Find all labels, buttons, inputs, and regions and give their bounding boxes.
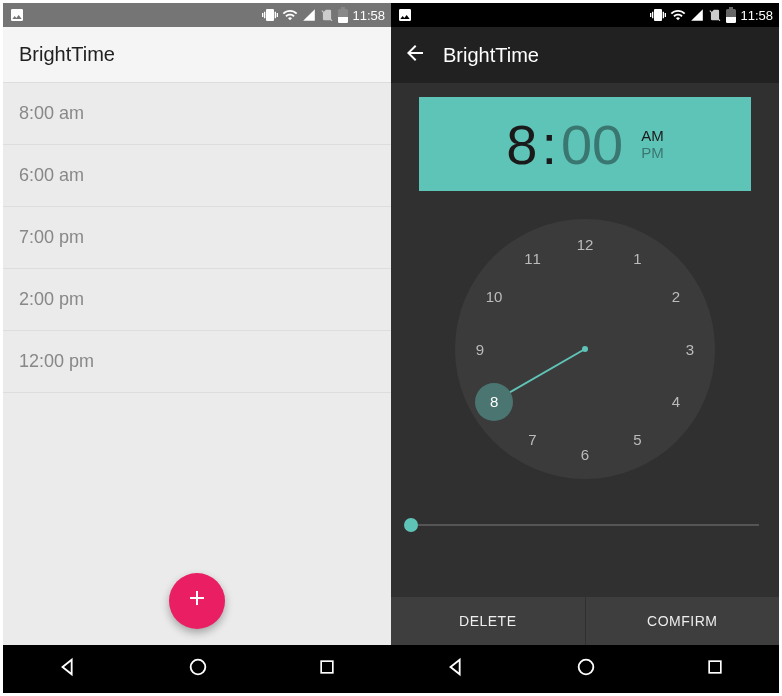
clock-face-wrap: 121234567891011 xyxy=(391,219,779,479)
list-item[interactable]: 12:00 pm xyxy=(3,331,391,393)
app-bar: BrightTime xyxy=(391,27,779,83)
nav-home-button[interactable] xyxy=(575,656,597,682)
plus-icon xyxy=(185,585,209,617)
nav-bar xyxy=(391,645,779,693)
vibrate-icon xyxy=(262,7,278,23)
image-icon xyxy=(397,7,413,23)
list-item-label: 7:00 pm xyxy=(19,227,84,248)
back-button[interactable] xyxy=(403,41,427,70)
nav-back-button[interactable] xyxy=(57,656,79,682)
app-bar: BrightTime xyxy=(3,27,391,83)
svg-rect-1 xyxy=(321,661,333,673)
nav-recent-button[interactable] xyxy=(705,657,725,681)
time-list: 8:00 am 6:00 am 7:00 pm 2:00 pm 12:00 pm xyxy=(3,83,391,393)
phone-screen-picker: 11:58 BrightTime 8 : 00 AM PM 1212345678… xyxy=(391,3,779,693)
ampm-toggle: AM PM xyxy=(641,127,664,161)
hour-value[interactable]: 8 xyxy=(506,112,537,177)
battery-icon xyxy=(726,7,736,23)
list-item-label: 6:00 am xyxy=(19,165,84,186)
status-bar: 11:58 xyxy=(391,3,779,27)
clock-number[interactable]: 9 xyxy=(464,333,496,365)
nav-bar xyxy=(3,645,391,693)
brightness-slider[interactable] xyxy=(411,515,759,535)
clock-center xyxy=(582,346,588,352)
clock-number[interactable]: 6 xyxy=(569,438,601,470)
list-item-label: 12:00 pm xyxy=(19,351,94,372)
status-time: 11:58 xyxy=(352,8,385,23)
confirm-label: COMFIRM xyxy=(647,613,717,629)
am-option[interactable]: AM xyxy=(641,127,664,144)
list-item-label: 8:00 am xyxy=(19,103,84,124)
clock-number-selected[interactable]: 8 xyxy=(475,383,513,421)
clock-face[interactable]: 121234567891011 xyxy=(455,219,715,479)
list-item-label: 2:00 pm xyxy=(19,289,84,310)
list-item[interactable]: 7:00 pm xyxy=(3,207,391,269)
app-title: BrightTime xyxy=(443,44,539,67)
app-title: BrightTime xyxy=(19,43,115,66)
confirm-button[interactable]: COMFIRM xyxy=(586,597,780,645)
delete-label: DELETE xyxy=(459,613,516,629)
pm-option[interactable]: PM xyxy=(641,144,664,161)
clock-number[interactable]: 2 xyxy=(660,281,692,313)
nav-home-button[interactable] xyxy=(187,656,209,682)
svg-rect-3 xyxy=(709,661,721,673)
no-sim-icon xyxy=(320,8,334,22)
image-icon xyxy=(9,7,25,23)
nav-back-button[interactable] xyxy=(445,656,467,682)
list-item[interactable]: 6:00 am xyxy=(3,145,391,207)
clock-number[interactable]: 10 xyxy=(478,281,510,313)
button-row: DELETE COMFIRM xyxy=(391,597,779,645)
minute-value[interactable]: 00 xyxy=(561,112,623,177)
clock-number[interactable]: 4 xyxy=(660,386,692,418)
time-display: 8 : 00 AM PM xyxy=(419,97,751,191)
clock-number[interactable]: 5 xyxy=(622,424,654,456)
clock-number[interactable]: 7 xyxy=(517,424,549,456)
list-item[interactable]: 8:00 am xyxy=(3,83,391,145)
clock-number[interactable]: 12 xyxy=(569,228,601,260)
list-item[interactable]: 2:00 pm xyxy=(3,269,391,331)
add-button[interactable] xyxy=(169,573,225,629)
clock-number[interactable]: 11 xyxy=(517,242,549,274)
svg-point-2 xyxy=(579,660,594,675)
wifi-icon xyxy=(670,7,686,23)
vibrate-icon xyxy=(650,7,666,23)
time-colon: : xyxy=(541,112,557,177)
phone-screen-list: 11:58 BrightTime 8:00 am 6:00 am 7:00 pm… xyxy=(3,3,391,693)
no-sim-icon xyxy=(708,8,722,22)
delete-button[interactable]: DELETE xyxy=(391,597,585,645)
battery-icon xyxy=(338,7,348,23)
clock-number[interactable]: 3 xyxy=(674,333,706,365)
nav-recent-button[interactable] xyxy=(317,657,337,681)
svg-point-0 xyxy=(191,660,206,675)
signal-icon xyxy=(302,8,316,22)
status-time: 11:58 xyxy=(740,8,773,23)
clock-number[interactable]: 1 xyxy=(622,242,654,274)
status-bar: 11:58 xyxy=(3,3,391,27)
signal-icon xyxy=(690,8,704,22)
wifi-icon xyxy=(282,7,298,23)
slider-thumb[interactable] xyxy=(404,518,418,532)
slider-track xyxy=(411,524,759,526)
